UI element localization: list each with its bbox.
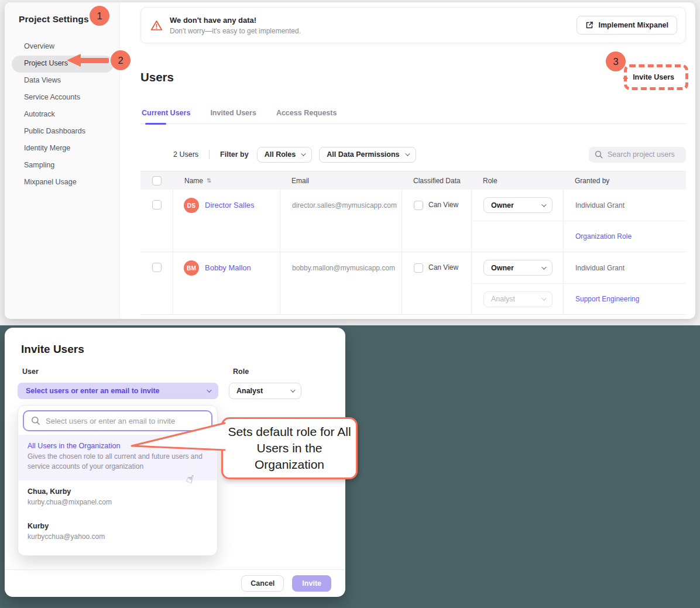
all-roles-label: All Roles	[265, 150, 296, 159]
project-users-search[interactable]	[589, 147, 686, 163]
all-data-permissions-filter[interactable]: All Data Permissions	[319, 147, 416, 163]
user-email-cell: director.salles@mymusicapp.com	[280, 190, 402, 252]
row-checkbox-cell	[140, 190, 173, 252]
user-select-trigger[interactable]: Select users or enter an email to invite	[18, 383, 218, 399]
implement-mixpanel-button[interactable]: Implement Mixpanel	[577, 16, 677, 35]
option-title: Kurby	[28, 522, 208, 530]
search-input[interactable]	[608, 150, 680, 159]
callout-text: Sets default role for All Users in the O…	[227, 424, 353, 473]
row-checkbox[interactable]	[152, 263, 162, 272]
chevron-down-icon	[207, 387, 211, 392]
option-kurby[interactable]: Kurby kurbycchua@yahoo.com	[18, 515, 217, 549]
page-title: Users	[140, 70, 174, 84]
user-count: 2 Users	[173, 150, 198, 159]
can-view-label: Can View	[428, 263, 458, 272]
tab-current-users[interactable]: Current Users	[140, 107, 191, 123]
annotation-arrow-head	[67, 54, 81, 67]
option-title: Chua, Kurby	[28, 487, 208, 496]
header-classified-data: Classified Data	[402, 177, 471, 185]
chevron-down-icon	[541, 265, 546, 269]
classified-data-cell: Can View	[402, 190, 471, 252]
user-name-link[interactable]: Bobby Mallon	[205, 263, 251, 272]
users-toolbar: 2 Users Filter by All Roles All Data Per…	[140, 146, 686, 163]
user-field-label: User	[22, 367, 39, 376]
filter-by-label: Filter by	[220, 150, 249, 159]
search-icon	[31, 416, 40, 425]
role-cell: Analyst	[471, 283, 563, 314]
role-value: Owner	[491, 264, 514, 272]
invite-users-highlight-box	[624, 64, 688, 90]
header-name-label: Name	[184, 177, 203, 185]
banner-title: We don't have any data!	[170, 16, 301, 25]
tab-current-users-label: Current Users	[142, 109, 190, 117]
header-email: Email	[280, 177, 402, 185]
role-dropdown[interactable]: Owner	[483, 260, 553, 276]
step-3-badge: 3	[606, 51, 626, 71]
users-table: Name ⇅ Email Classified Data Role Grante…	[140, 171, 686, 315]
sidebar-item-autotrack[interactable]: Autotrack	[12, 107, 114, 123]
user-name-link[interactable]: Director Salles	[205, 201, 255, 209]
option-email: kurby.chua@mixpanel.com	[28, 497, 208, 507]
table-row: BM Bobby Mallon bobby.mallon@mymusicapp.…	[140, 252, 686, 315]
implement-mixpanel-label: Implement Mixpanel	[599, 21, 668, 29]
tab-invited-users[interactable]: Invited Users	[209, 107, 258, 123]
screenshot-stage: Project Settings Overview Project Users …	[0, 0, 700, 608]
tab-invited-users-label: Invited Users	[210, 109, 256, 117]
role-dropdown[interactable]: Owner	[483, 197, 553, 213]
step-2-badge: 2	[111, 50, 131, 70]
all-roles-filter[interactable]: All Roles	[257, 147, 313, 163]
users-tabs: Current Users Invited Users Access Reque…	[140, 107, 686, 124]
role-select[interactable]: Analyst	[229, 383, 301, 399]
toolbar-divider	[209, 150, 210, 159]
tab-access-requests-label: Access Requests	[276, 109, 337, 117]
role-cell-empty	[471, 221, 563, 252]
active-tab-underline	[145, 123, 166, 125]
organization-role-link[interactable]: Organization Role	[563, 221, 686, 252]
sidebar-item-data-views[interactable]: Data Views	[12, 73, 114, 90]
user-name-cell: DS Director Salles	[173, 190, 280, 252]
sidebar-item-mixpanel-usage[interactable]: Mixpanel Usage	[12, 174, 114, 191]
support-engineering-link[interactable]: Support Engineering	[563, 283, 686, 314]
chevron-down-icon	[405, 151, 410, 156]
role-value: Owner	[491, 201, 514, 209]
user-select-value: Select users or enter an email to invite	[26, 387, 160, 395]
row-checkbox[interactable]	[152, 200, 162, 209]
role-field-label: Role	[233, 367, 249, 376]
sidebar-item-public-dashboards[interactable]: Public Dashboards	[12, 123, 114, 140]
sidebar-item-identity-merge[interactable]: Identity Merge	[12, 140, 114, 157]
role-value: Analyst	[491, 295, 515, 303]
chevron-down-icon	[541, 296, 546, 300]
project-settings-window: Project Settings Overview Project Users …	[5, 2, 695, 319]
option-chua-kurby[interactable]: Chua, Kurby kurby.chua@mixpanel.com	[18, 480, 217, 515]
select-all-checkbox[interactable]	[152, 176, 162, 186]
sidebar-item-sampling[interactable]: Sampling	[12, 157, 114, 174]
can-view-checkbox[interactable]	[414, 201, 423, 210]
external-link-icon	[585, 21, 593, 29]
cancel-button[interactable]: Cancel	[241, 575, 284, 592]
can-view-checkbox[interactable]	[414, 263, 423, 273]
sidebar-item-overview[interactable]: Overview	[12, 39, 114, 56]
sidebar-item-service-accounts[interactable]: Service Accounts	[12, 90, 114, 107]
option-email: kurbycchua@yahoo.com	[28, 532, 208, 542]
sort-icon[interactable]: ⇅	[207, 177, 211, 184]
user-email-cell: bobby.mallon@mymusicapp.com	[280, 252, 402, 314]
search-icon	[595, 150, 603, 159]
invite-button[interactable]: Invite	[292, 575, 331, 592]
row-checkbox-cell	[140, 252, 173, 314]
annotation-arrow	[80, 58, 109, 63]
users-heading-row: Users + Invite Users	[140, 69, 686, 85]
select-all-cell	[140, 176, 173, 186]
role-dropdown-disabled: Analyst	[483, 291, 553, 307]
header-name[interactable]: Name ⇅	[173, 177, 280, 185]
role-cell: Owner	[471, 190, 563, 221]
role-cell: Owner	[471, 252, 563, 283]
tab-access-requests[interactable]: Access Requests	[275, 107, 338, 123]
granted-by-cell: Individual Grant	[563, 190, 686, 221]
warning-icon	[150, 20, 163, 31]
banner-subtitle: Don't worry—it's easy to get implemented…	[170, 27, 301, 35]
role-select-value: Analyst	[236, 387, 263, 395]
callout-tail	[130, 418, 226, 459]
chevron-down-icon	[301, 151, 306, 156]
main-content: We don't have any data! Don't worry—it's…	[120, 2, 695, 319]
banner-texts: We don't have any data! Don't worry—it's…	[170, 16, 301, 35]
